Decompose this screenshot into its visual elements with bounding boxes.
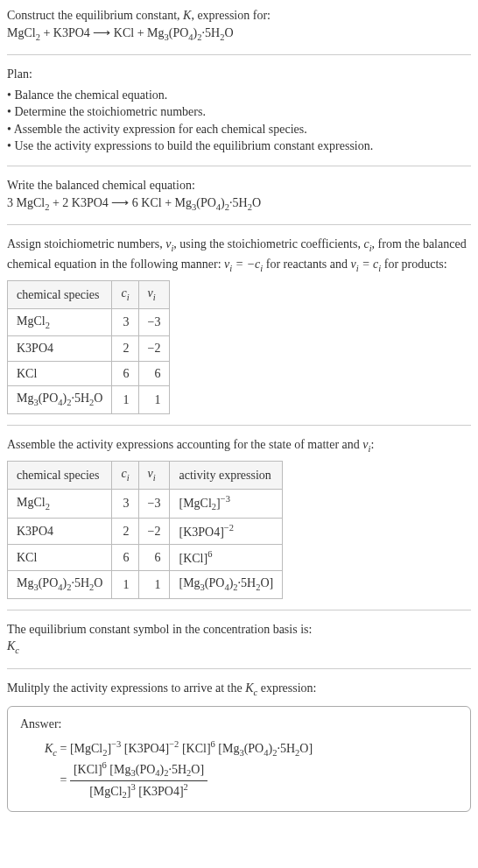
answer-Kc: Kc xyxy=(45,742,57,755)
table-row: Mg3(PO4)2·5H2O 1 1 xyxy=(8,386,170,413)
table-row: MgCl2 3 −3 [MgCl2]−3 xyxy=(8,489,283,518)
balanced-arrow: ⟶ xyxy=(111,196,132,209)
multiply-Kc: Kc xyxy=(245,681,257,695)
divider xyxy=(7,54,471,55)
table-row: KCl 6 6 xyxy=(8,361,170,386)
cell-species: K3PO4 xyxy=(8,518,112,544)
cell-c: 6 xyxy=(112,545,138,571)
stoich-text-1: Assign stoichiometric numbers, xyxy=(7,237,165,251)
answer-box: Answer: Kc = [MgCl2]−3 [K3PO4]−2 [KCl]6 … xyxy=(7,706,471,812)
cell-c: 2 xyxy=(112,336,138,362)
cell-nu: −2 xyxy=(138,336,170,362)
plan-item: Determine the stoichiometric numbers. xyxy=(7,103,471,121)
stoich-c: ci xyxy=(363,237,371,251)
table-row: MgCl2 3 −3 xyxy=(8,308,170,335)
stoich-table: chemical species ci νi MgCl2 3 −3 K3PO4 … xyxy=(7,280,170,414)
intro-text-1: Construct the equilibrium constant, xyxy=(7,9,183,22)
cell-c: 6 xyxy=(112,361,138,386)
divider xyxy=(7,224,471,225)
plan-heading: Plan: xyxy=(7,66,471,83)
intro-arrow: ⟶ xyxy=(93,26,114,39)
balanced-heading: Write the balanced chemical equation: xyxy=(7,177,471,194)
table-header-c: ci xyxy=(112,281,138,308)
cell-species: KCl xyxy=(8,545,112,571)
answer-frac-den: [MgCl2]3 [K3PO4]2 xyxy=(70,781,207,802)
activity-table: chemical species ci νi activity expressi… xyxy=(7,461,283,599)
answer-line1: [MgCl2]−3 [K3PO4]−2 [KCl]6 [Mg3(PO4)2·5H… xyxy=(70,742,313,755)
plan-item: Assemble the activity expression for eac… xyxy=(7,121,471,138)
stoich-rel2: νi = ci xyxy=(351,258,382,271)
table-header-nu: νi xyxy=(138,281,170,308)
answer-label: Answer: xyxy=(20,716,458,733)
plan-item: Use the activity expressions to build th… xyxy=(7,138,471,155)
table-header-species: chemical species xyxy=(8,462,112,489)
intro-eq-lhs: MgCl2 + K3PO4 xyxy=(7,26,90,39)
balanced-rhs: 6 KCl + Mg3(PO4)2·5H2O xyxy=(132,196,261,209)
plan-item: Balance the chemical equation. xyxy=(7,87,471,104)
answer-eq-sign: = xyxy=(60,742,70,755)
cell-c: 3 xyxy=(112,308,138,335)
cell-nu: −2 xyxy=(138,518,170,544)
plan-list: Balance the chemical equation. Determine… xyxy=(7,87,471,155)
activity-section: Assemble the activity expressions accoun… xyxy=(7,436,471,599)
multiply-text-1: Mulitply the activity expressions to arr… xyxy=(7,681,245,695)
cell-nu: −3 xyxy=(138,308,170,335)
cell-c: 1 xyxy=(112,571,138,598)
cell-nu: 6 xyxy=(138,361,170,386)
table-row: KCl 6 6 [KCl]6 xyxy=(8,545,283,571)
cell-nu: 1 xyxy=(138,571,170,598)
divider xyxy=(7,166,471,166)
table-header-expr: activity expression xyxy=(170,462,283,489)
cell-species: Mg3(PO4)2·5H2O xyxy=(8,386,112,413)
symbol-section: The equilibrium constant symbol in the c… xyxy=(7,621,471,658)
stoich-text-5: for products: xyxy=(381,258,446,271)
cell-c: 3 xyxy=(112,489,138,518)
cell-species: MgCl2 xyxy=(8,489,112,518)
table-header-c: ci xyxy=(112,462,138,489)
multiply-section: Mulitply the activity expressions to arr… xyxy=(7,680,471,699)
table-header-nu: νi xyxy=(138,462,170,489)
multiply-text-2: expression: xyxy=(257,681,316,695)
cell-c: 1 xyxy=(112,386,138,413)
answer-equation: Kc = [MgCl2]−3 [K3PO4]−2 [KCl]6 [Mg3(PO4… xyxy=(20,738,458,802)
answer-eq-sign-2: = xyxy=(60,773,70,787)
cell-species: Mg3(PO4)2·5H2O xyxy=(8,571,112,598)
activity-text-2: : xyxy=(370,438,374,451)
stoich-section: Assign stoichiometric numbers, νi, using… xyxy=(7,236,471,414)
cell-expr: [MgCl2]−3 xyxy=(170,489,283,518)
divider xyxy=(7,425,471,426)
cell-species: MgCl2 xyxy=(8,308,112,335)
cell-expr: [K3PO4]−2 xyxy=(170,518,283,544)
cell-species: K3PO4 xyxy=(8,336,112,362)
intro-section: Construct the equilibrium constant, K, e… xyxy=(7,7,471,44)
cell-expr: [Mg3(PO4)2·5H2O] xyxy=(170,571,283,598)
table-row: K3PO4 2 −2 [K3PO4]−2 xyxy=(8,518,283,544)
answer-fraction: [KCl]6 [Mg3(PO4)2·5H2O] [MgCl2]3 [K3PO4]… xyxy=(70,759,207,802)
divider xyxy=(7,610,471,610)
intro-text-1b: , expression for: xyxy=(191,9,271,22)
cell-nu: −3 xyxy=(138,489,170,518)
balanced-section: Write the balanced chemical equation: 3 … xyxy=(7,177,471,214)
activity-text-1: Assemble the activity expressions accoun… xyxy=(7,438,362,451)
table-row: K3PO4 2 −2 xyxy=(8,336,170,362)
intro-K: K xyxy=(183,9,191,22)
stoich-text-4: for reactants and xyxy=(263,258,350,271)
balanced-lhs: 3 MgCl2 + 2 K3PO4 xyxy=(7,196,109,209)
answer-frac-num: [KCl]6 [Mg3(PO4)2·5H2O] xyxy=(70,759,207,781)
stoich-rel1: νi = −ci xyxy=(224,258,263,271)
cell-expr: [KCl]6 xyxy=(170,545,283,571)
table-row: Mg3(PO4)2·5H2O 1 1 [Mg3(PO4)2·5H2O] xyxy=(8,571,283,598)
plan-section: Plan: Balance the chemical equation. Det… xyxy=(7,66,471,155)
stoich-text-2: , using the stoichiometric coefficients, xyxy=(173,237,363,251)
symbol-Kc: Kc xyxy=(7,638,471,657)
intro-eq-rhs: KCl + Mg3(PO4)2·5H2O xyxy=(114,26,234,39)
symbol-line: The equilibrium constant symbol in the c… xyxy=(7,621,471,639)
cell-nu: 6 xyxy=(138,545,170,571)
cell-nu: 1 xyxy=(138,386,170,413)
cell-c: 2 xyxy=(112,518,138,544)
divider xyxy=(7,668,471,669)
stoich-nu: νi xyxy=(165,237,173,251)
cell-species: KCl xyxy=(8,361,112,386)
table-header-species: chemical species xyxy=(8,281,112,308)
